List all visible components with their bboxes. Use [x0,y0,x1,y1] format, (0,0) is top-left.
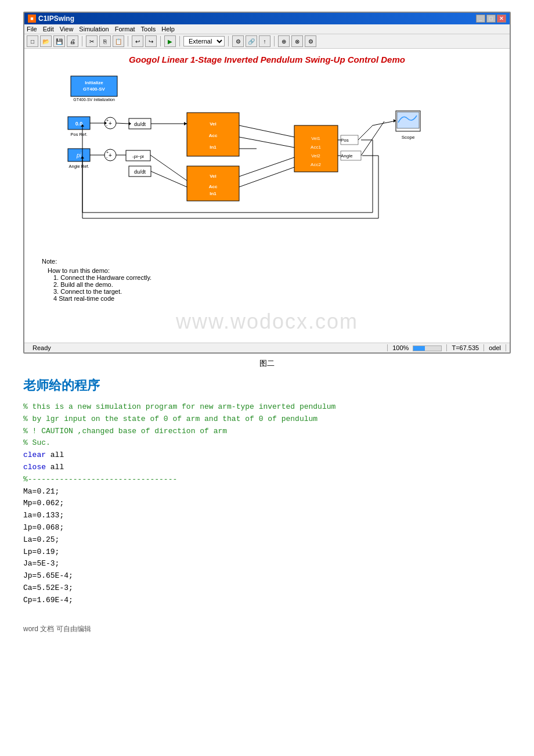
doc-footer: word 文档 可自由编辑 [23,624,511,634]
menu-help[interactable]: Help [161,26,175,33]
svg-text:Vel: Vel [210,121,217,127]
window-controls[interactable]: _ □ ✕ [476,15,506,23]
app-icon: ■ [28,15,36,23]
sep6 [274,36,275,46]
svg-text:Vel2: Vel2 [311,153,320,159]
svg-text:Acc: Acc [209,133,218,138]
status-ready: Ready [28,344,388,351]
figure-caption: 图二 [23,358,511,369]
progress-bar-fill [413,346,424,351]
note-step1: 1. Connect the Hardware correctly. [53,274,492,281]
play-button[interactable]: ▶ [164,35,176,47]
copy-button[interactable]: ⎘ [99,35,111,47]
svg-text:+: + [106,150,109,154]
svg-text:Pos Ref.: Pos Ref. [71,132,88,137]
svg-text:Scope: Scope [402,135,415,140]
code-line-2: % by lgr input on the state of 0 of arm … [23,413,511,426]
svg-text:du/dt: du/dt [134,169,146,175]
code-line-14: Ja=5E-3; [23,558,511,570]
sep2 [128,36,128,46]
svg-text:Angle: Angle [341,153,353,159]
simulink-window: ■ C1IPSwing _ □ ✕ File Edit View Simulat… [23,12,511,354]
menu-view[interactable]: View [60,26,74,33]
menu-tools[interactable]: Tools [141,26,156,33]
diagram-title: Googol Linear 1-Stage Inverted Pendulum … [30,55,504,64]
svg-text:Acc: Acc [209,184,218,189]
note-step4: 4 Start real-time code [53,295,492,302]
note-how-to: How to run this demo: [48,267,492,274]
status-mode: odel [484,344,506,351]
svg-text:+: + [109,120,112,127]
code-line-6: close all [23,462,511,474]
statusbar: Ready 100% T=67.535 odel [24,343,510,352]
svg-text:Acc2: Acc2 [311,162,321,167]
watermark: www.wodocx.com [30,307,504,337]
note-step3: 3. Connect to the target. [53,288,492,295]
settings-button[interactable]: ⚙ [305,35,316,47]
undo-button[interactable]: ↩ [132,35,143,47]
sep5 [228,36,229,46]
svg-text:Vel: Vel [210,174,217,179]
build-button[interactable]: ⚙ [232,35,244,47]
svg-text:In1: In1 [210,191,217,196]
close-button[interactable]: ✕ [497,15,506,23]
code-line-5: clear all [23,449,511,462]
code-line-12: La=0.25; [23,534,511,546]
code-line-16: Ca=5.52E-3; [23,582,511,595]
new-button[interactable]: □ [27,35,38,47]
svg-text:Vel1: Vel1 [311,136,320,141]
print-button[interactable]: 🖨 [67,35,78,47]
connect-button[interactable]: 🔗 [246,35,257,47]
menubar: File Edit View Simulation Format Tools H… [24,24,510,34]
progress-bar [413,344,442,351]
maximize-button[interactable]: □ [486,15,496,23]
svg-line-60 [239,157,294,177]
code-line-11: lp=0.068; [23,522,511,534]
svg-text:Real Control: Real Control [303,172,329,178]
svg-line-49 [116,123,129,124]
svg-text:GT400-SV Initialization: GT400-SV Initialization [73,98,115,102]
save-button[interactable]: 💾 [53,35,65,47]
sep1 [82,36,82,46]
paste-button[interactable]: 📋 [113,35,124,47]
minimize-button[interactable]: _ [476,15,485,23]
window-title: C1IPSwing [38,15,74,23]
note-step2: 2. Build all the demo. [53,281,492,288]
code-block: % this is a new simulation program for n… [23,401,511,607]
svg-text:Acc1: Acc1 [311,145,321,150]
svg-text:GT400-SV: GT400-SV [83,87,105,92]
menu-file[interactable]: File [27,26,37,33]
code-line-9: Mp=0.062; [23,498,511,510]
svg-text:Angle Ref.: Angle Ref. [68,164,89,169]
svg-line-61 [239,167,294,187]
menu-edit[interactable]: Edit [43,26,54,33]
upload-button[interactable]: ↑ [259,35,270,47]
menu-simulation[interactable]: Simulation [79,26,109,33]
svg-line-57 [239,125,294,137]
notes-section: Note: How to run this demo: 1. Connect t… [30,253,504,307]
svg-marker-52 [184,122,187,125]
simulink-diagram: Initialize GT400-SV GT400-SV Initializat… [36,73,431,244]
svg-text:In1: In1 [210,145,217,150]
cut-button[interactable]: ✂ [86,35,98,47]
svg-line-64 [358,125,373,140]
zoom-out-button[interactable]: ⊗ [291,35,303,47]
progress-bar-container [413,345,442,351]
menu-format[interactable]: Format [115,26,135,33]
zoom-in-button[interactable]: ⊕ [278,35,290,47]
toolbar: □ 📂 💾 🖨 ✂ ⎘ 📋 ↩ ↪ ▶ External ⚙ 🔗 ↑ ⊕ ⊗ ⚙ [24,34,510,49]
code-line-4: % Suc. [23,437,511,449]
svg-text:LQR Controller: LQR Controller [197,201,229,207]
diagram-container: Initialize GT400-SV GT400-SV Initializat… [30,73,504,253]
svg-marker-66 [394,119,396,123]
code-line-3: % ! CAUTION ,changed base of direction o… [23,426,511,438]
svg-text:Initialize: Initialize [85,80,103,85]
open-button[interactable]: 📂 [40,35,52,47]
status-time: T=67.535 [447,344,484,351]
canvas-area: Googol Linear 1-Stage Inverted Pendulum … [24,49,510,343]
redo-button[interactable]: ↪ [145,35,157,47]
svg-line-58 [239,137,294,147]
mode-dropdown[interactable]: External [183,36,225,46]
svg-text:Pos: Pos [341,138,349,143]
code-line-8: Ma=0.21; [23,486,511,498]
